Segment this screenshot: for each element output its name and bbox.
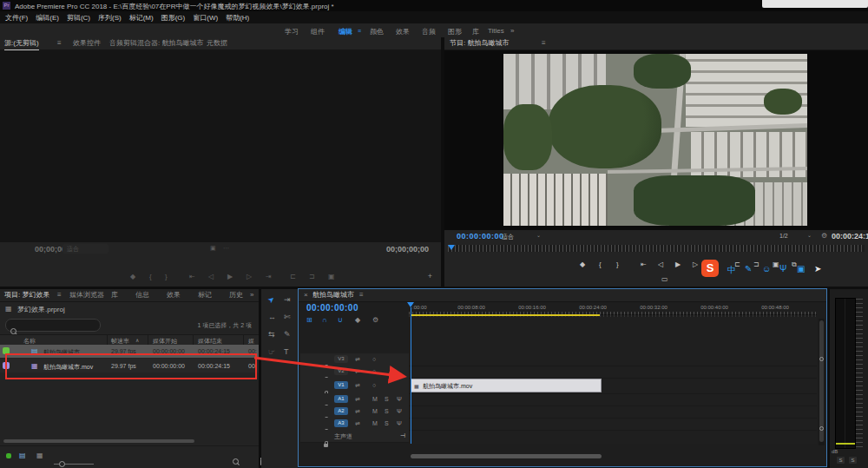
project-tab-overflow-icon[interactable]: » — [250, 289, 253, 301]
tab-source-monitor[interactable]: 源:(无剪辑) — [4, 37, 39, 50]
timeline-timecode[interactable]: 00:00:00:00 — [306, 303, 358, 313]
timeline-nested-toggle-icon[interactable]: ⊞ — [306, 316, 312, 324]
menu-edit[interactable]: 编辑(E) — [36, 13, 59, 23]
source-overwrite-button[interactable]: ⊐ — [309, 273, 315, 280]
mic-icon[interactable]: Ψ — [779, 264, 786, 274]
sync-lock-icon[interactable]: ⇌ — [355, 382, 360, 389]
source-fit-dropdown[interactable]: 适合 — [62, 244, 108, 254]
tab-timeline-sequence[interactable]: 航拍鸟瞰城市 — [312, 289, 354, 301]
pen-tool[interactable]: ✎ — [284, 331, 291, 339]
track-target-a1[interactable]: A1 — [334, 395, 348, 403]
timeline-snap-icon[interactable]: ∩ — [322, 316, 327, 324]
workspace-tab-editing[interactable]: 编辑 — [339, 27, 352, 36]
track-visibility-icon[interactable]: ○ — [372, 356, 376, 362]
source-goto-in-button[interactable]: ⇤ — [189, 273, 195, 280]
project-search-box[interactable] — [5, 319, 101, 332]
source-step-back-button[interactable]: ◁ — [208, 273, 214, 280]
tab-info[interactable]: 信息 — [135, 289, 149, 301]
thumbnail-zoom-slider[interactable] — [54, 464, 94, 465]
search-input[interactable] — [20, 320, 98, 331]
screenshot-icon[interactable]: ▣ — [797, 264, 805, 274]
program-fit-dropdown[interactable]: 适合 — [502, 233, 514, 241]
workspace-tab-editing-menu-icon[interactable]: ≡ — [358, 28, 361, 34]
menu-clip[interactable]: 剪辑(C) — [67, 13, 90, 23]
menu-window[interactable]: 窗口(W) — [193, 13, 218, 23]
menu-marker[interactable]: 标记(M) — [129, 13, 154, 23]
track-target-v3[interactable]: V3 — [334, 355, 348, 363]
pen-icon[interactable]: ✎ — [745, 264, 752, 274]
menu-graphics[interactable]: 图形(G) — [161, 13, 186, 23]
workspace-tab-audio[interactable]: 音频 — [422, 27, 436, 36]
program-goto-in-button[interactable]: ⇤ — [641, 260, 647, 268]
workspace-tab-libraries[interactable]: 库 — [472, 27, 479, 36]
source-add-button[interactable]: + — [428, 272, 432, 280]
tab-audio-clip-mixer[interactable]: 音频剪辑混合器: 航拍鸟瞰城市 — [109, 37, 203, 49]
tab-effects[interactable]: 效果 — [167, 289, 181, 301]
sort-ascending-icon[interactable]: ∧ — [135, 337, 139, 343]
tab-libraries[interactable]: 库 — [111, 289, 118, 301]
emoji-icon[interactable]: ☺ — [762, 264, 771, 274]
timeline-linked-selection-icon[interactable]: ∪ — [338, 316, 343, 324]
track-target-a2[interactable]: A2 — [334, 407, 348, 415]
timeline-clip[interactable]: ▦ 航拍鸟瞰城市.mov — [411, 379, 602, 392]
menu-help[interactable]: 帮助(H) — [226, 13, 249, 23]
source-mark-in-button[interactable]: { — [149, 273, 152, 280]
lock-icon[interactable] — [324, 444, 328, 447]
sync-lock-icon[interactable]: ⇌ — [355, 356, 360, 363]
selection-tool[interactable]: ➤ — [266, 295, 277, 306]
capture-logo[interactable]: S — [701, 260, 719, 277]
sync-lock-icon[interactable]: ⇌ — [355, 420, 360, 427]
solo-button[interactable]: S — [385, 396, 389, 402]
track-target-v1[interactable]: V1 — [334, 381, 348, 389]
program-mark-out-button[interactable]: } — [616, 260, 619, 268]
voiceover-mic-icon[interactable]: Ψ — [397, 420, 402, 426]
timeline-settings-wrench-icon[interactable]: ⚙ — [372, 316, 378, 324]
timeline-close-icon[interactable]: × — [304, 289, 308, 301]
source-marker-button[interactable]: ◆ — [130, 273, 135, 280]
mute-button[interactable]: M — [372, 420, 378, 426]
sync-lock-icon[interactable]: ⇌ — [355, 368, 360, 375]
program-timecode[interactable]: 00:00:00:00 — [457, 232, 504, 241]
workspace-tab-titles[interactable]: Titles — [488, 27, 504, 35]
program-safe-margins-button[interactable]: ▭ — [661, 275, 668, 283]
source-insert-button[interactable]: ⊏ — [290, 273, 296, 280]
source-panel-menu-icon[interactable]: ≡ — [57, 37, 62, 49]
tab-history[interactable]: 历史 — [229, 289, 243, 301]
timeline-playhead-line[interactable] — [411, 307, 411, 444]
voiceover-mic-icon[interactable]: Ψ — [397, 408, 402, 414]
slip-tool[interactable]: ⇆ — [268, 331, 275, 339]
timeline-vscrollbar[interactable] — [819, 319, 825, 445]
project-hscrollbar[interactable] — [3, 439, 194, 443]
tab-media-browser[interactable]: 媒体浏览器 — [69, 289, 104, 301]
track-target-v2[interactable]: V2 — [334, 367, 348, 375]
program-marker-button[interactable]: ◆ — [580, 260, 585, 268]
workspace-tab-graphics[interactable]: 图形 — [448, 27, 462, 36]
program-zoom-chevron-icon[interactable]: ⌄ — [807, 232, 812, 238]
track-visibility-icon[interactable]: ○ — [372, 368, 376, 374]
program-scrubber[interactable] — [448, 245, 865, 252]
meter-solo-left-button[interactable]: S — [837, 457, 845, 464]
tab-effect-controls[interactable]: 效果控件 — [73, 37, 101, 49]
clip-fx-badge-icon[interactable]: ▦ — [414, 383, 419, 389]
mute-button[interactable]: M — [372, 408, 378, 414]
ripple-edit-tool[interactable]: ↔ — [268, 313, 276, 321]
source-settings-icon[interactable]: ▣ — [210, 245, 216, 252]
workspace-tab-color[interactable]: 颜色 — [370, 27, 384, 36]
timeline-add-marker-icon[interactable]: ◆ — [355, 316, 360, 324]
type-tool[interactable]: T — [284, 348, 289, 356]
project-file-name[interactable]: 梦幻效果.prproj — [17, 305, 65, 314]
track-visibility-icon[interactable]: ○ — [372, 382, 376, 388]
program-play-button[interactable]: ▶ — [675, 260, 681, 268]
program-zoom-dropdown[interactable]: 1/2 — [779, 233, 788, 239]
track-target-a3[interactable]: A3 — [334, 419, 348, 427]
tab-markers[interactable]: 标记 — [198, 289, 212, 301]
source-export-frame-button[interactable]: ▣ — [328, 273, 335, 280]
list-view-button[interactable]: ▤ — [19, 452, 26, 459]
translate-icon[interactable]: 中 — [727, 264, 736, 276]
project-panel-menu-icon[interactable]: ≡ — [57, 289, 62, 301]
master-fit-icon[interactable]: ⊣ — [400, 432, 405, 439]
sync-lock-icon[interactable]: ⇌ — [355, 396, 360, 403]
timeline-hscrollbar[interactable] — [411, 454, 602, 458]
source-more-icon[interactable]: ⋯ — [223, 245, 229, 252]
workspace-tab-effects[interactable]: 效果 — [396, 27, 410, 36]
